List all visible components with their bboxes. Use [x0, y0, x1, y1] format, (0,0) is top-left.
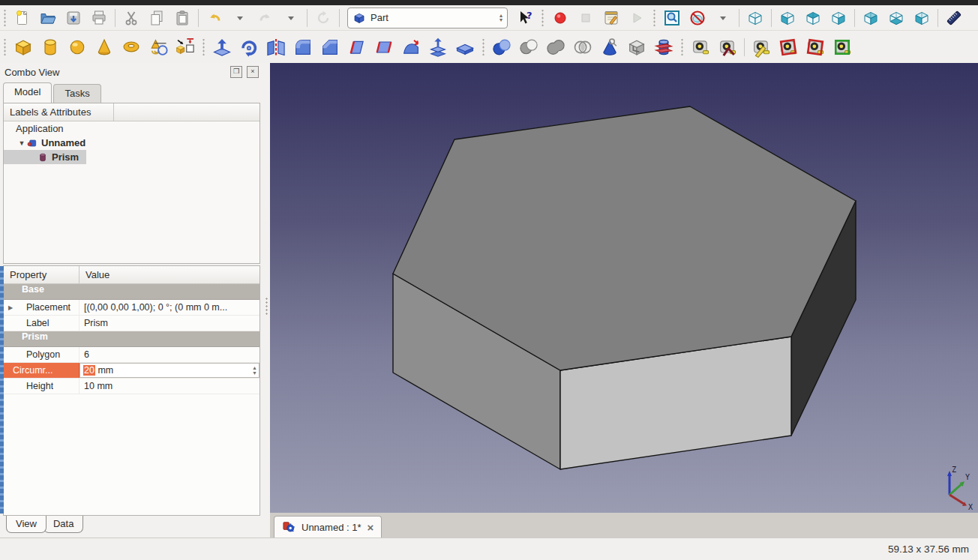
- chamfer-button[interactable]: [317, 34, 343, 60]
- view-left-button[interactable]: [910, 7, 934, 28]
- torus-button[interactable]: [118, 34, 144, 60]
- property-group-prism[interactable]: Prism: [4, 331, 260, 347]
- document-tab[interactable]: Unnamed : 1* ×: [274, 516, 382, 538]
- cross-sections-button[interactable]: [651, 34, 676, 60]
- toggle-3d-button[interactable]: [802, 34, 828, 60]
- tab-model[interactable]: Model: [3, 82, 52, 103]
- common-button[interactable]: [570, 34, 596, 60]
- create-primitives-button[interactable]: [146, 34, 171, 60]
- toolbar-grip[interactable]: [541, 10, 544, 26]
- combo-view-title: Combo View: [0, 63, 263, 81]
- panel-float-button[interactable]: ❒: [230, 66, 242, 78]
- clip-plane-button[interactable]: [686, 7, 710, 28]
- property-row-height[interactable]: Height10 mm: [4, 379, 260, 394]
- fillet-button[interactable]: [290, 34, 316, 60]
- view-front-button[interactable]: [776, 7, 800, 28]
- open-folder-button[interactable]: [36, 7, 60, 28]
- toolbar-grip[interactable]: [680, 39, 684, 55]
- tree-item-prism[interactable]: Prism: [4, 150, 260, 164]
- boolean-button[interactable]: [489, 34, 514, 60]
- panel-splitter[interactable]: [263, 63, 270, 538]
- box-button[interactable]: [10, 34, 36, 60]
- compound-button[interactable]: [624, 34, 650, 60]
- loft-button[interactable]: [398, 34, 424, 60]
- redo-button[interactable]: [254, 7, 278, 28]
- macro-stop-button[interactable]: [574, 7, 598, 28]
- tab-data[interactable]: Data: [44, 516, 83, 533]
- tree-item-label: Unnamed: [41, 137, 86, 148]
- property-value[interactable]: 10 mm: [80, 379, 260, 394]
- toolbar-grip[interactable]: [3, 39, 7, 55]
- property-row-label[interactable]: LabelPrism: [4, 316, 260, 331]
- paste-button[interactable]: [170, 7, 194, 28]
- property-value[interactable]: Prism: [80, 316, 260, 331]
- toggle-dimensions-button[interactable]: [830, 34, 855, 60]
- toolbar-grip[interactable]: [652, 10, 656, 26]
- panel-close-button[interactable]: ×: [247, 66, 259, 78]
- workbench-selector-spinner-icon[interactable]: ▴▾: [500, 13, 502, 22]
- 3d-scene[interactable]: ZYX: [270, 63, 978, 513]
- extrude-button[interactable]: [209, 34, 235, 60]
- property-row-polygon[interactable]: Polygon6: [4, 347, 260, 363]
- workbench-selector[interactable]: Part▴▾: [347, 7, 508, 28]
- macro-record-button[interactable]: [548, 7, 572, 28]
- redo-menu-button[interactable]: [279, 7, 303, 28]
- zoom-box-button[interactable]: [660, 7, 684, 28]
- sphere-button[interactable]: [64, 34, 90, 60]
- view-bottom-button[interactable]: [884, 7, 908, 28]
- tab-tasks[interactable]: Tasks: [53, 84, 100, 103]
- toolbar-grip[interactable]: [202, 39, 206, 55]
- revolve-button[interactable]: [236, 34, 262, 60]
- connect-button[interactable]: [597, 34, 622, 60]
- save-button[interactable]: [62, 7, 86, 28]
- ruled-surface-button[interactable]: [371, 34, 397, 60]
- property-value[interactable]: [(0,00 0,00 1,00); 0 °; (0 mm 0 m...: [80, 300, 260, 315]
- view-rear-button[interactable]: [859, 7, 883, 28]
- expand-icon[interactable]: ▶: [8, 304, 17, 311]
- spinbox-arrows-icon[interactable]: ▲▼: [252, 364, 257, 377]
- tree-item-unnamed[interactable]: ▼Unnamed: [4, 136, 260, 150]
- macro-play-button[interactable]: [625, 7, 649, 28]
- make-face-button[interactable]: [344, 34, 370, 60]
- toolbar-grip[interactable]: [3, 10, 7, 26]
- macro-edit-button[interactable]: [599, 7, 623, 28]
- toggle-all-button[interactable]: [776, 34, 801, 60]
- view-top-button[interactable]: [801, 7, 825, 28]
- tree-item-application[interactable]: Application: [4, 121, 260, 136]
- circumradius-input[interactable]: 20 mm▲▼: [80, 363, 260, 378]
- fuse-button[interactable]: [543, 34, 568, 60]
- undo-menu-button[interactable]: [228, 7, 252, 28]
- measure-refresh-button[interactable]: [748, 34, 774, 60]
- 3d-viewport[interactable]: ZYX: [270, 63, 978, 513]
- measure-linear-button[interactable]: [688, 34, 713, 60]
- measure-angular-button[interactable]: [715, 34, 740, 60]
- cylinder-button[interactable]: [38, 34, 63, 60]
- view-axonometric-button[interactable]: [743, 7, 767, 28]
- sweep-button[interactable]: [425, 34, 451, 60]
- cut-boolean-button[interactable]: [516, 34, 542, 60]
- cut-button[interactable]: [119, 7, 143, 28]
- tab-view[interactable]: View: [6, 516, 46, 533]
- copy-button[interactable]: [145, 7, 169, 28]
- measure-ruler-button[interactable]: [942, 7, 966, 28]
- new-file-button[interactable]: [10, 7, 34, 28]
- section-button[interactable]: [452, 34, 478, 60]
- property-label: Placement: [17, 302, 70, 313]
- document-tab-close-icon[interactable]: ×: [368, 521, 374, 534]
- undo-button[interactable]: [202, 7, 226, 28]
- property-row-circumradius[interactable]: Circumr...20 mm▲▼: [4, 363, 260, 379]
- mirror-button[interactable]: [263, 34, 289, 60]
- property-row-placement[interactable]: ▶Placement[(0,00 0,00 1,00); 0 °; (0 mm …: [4, 300, 260, 316]
- refresh-button[interactable]: [311, 7, 335, 28]
- value-column-header: Value: [80, 266, 110, 283]
- expander-icon[interactable]: ▼: [17, 139, 26, 147]
- property-group-base[interactable]: Base: [4, 284, 260, 300]
- clip-menu-button[interactable]: [711, 7, 735, 28]
- cone-button[interactable]: [92, 34, 117, 60]
- whatsthis-button[interactable]: ?: [513, 7, 537, 28]
- shape-builder-button[interactable]: [172, 34, 198, 60]
- view-right-button[interactable]: [826, 7, 850, 28]
- print-button[interactable]: [87, 7, 111, 28]
- property-value[interactable]: 6: [80, 347, 260, 362]
- toolbar-grip[interactable]: [482, 39, 485, 55]
